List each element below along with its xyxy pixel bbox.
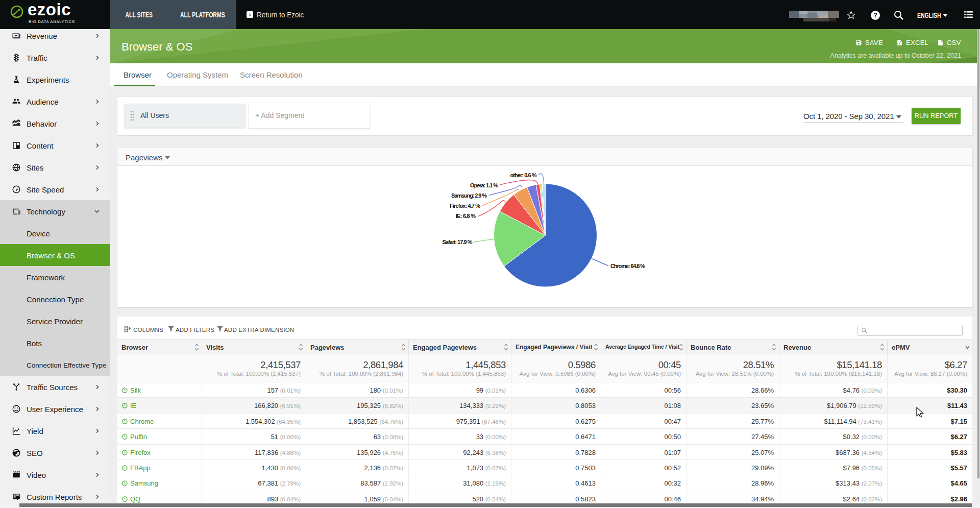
- svg-text:?: ?: [873, 12, 877, 19]
- svg-text:Samsung: 2.9 %: Samsung: 2.9 %: [451, 192, 487, 199]
- svg-text:Safari: 17.9 %: Safari: 17.9 %: [443, 239, 473, 245]
- svg-text:Chrome: 64.8 %: Chrome: 64.8 %: [610, 263, 645, 269]
- svg-text:Firefox: 4.7 %: Firefox: 4.7 %: [450, 203, 480, 209]
- svg-text:other: 0.6 %: other: 0.6 %: [510, 172, 537, 178]
- svg-text:Opera: 1.1 %: Opera: 1.1 %: [470, 182, 498, 188]
- svg-text:IE: 6.8 %: IE: 6.8 %: [456, 213, 476, 219]
